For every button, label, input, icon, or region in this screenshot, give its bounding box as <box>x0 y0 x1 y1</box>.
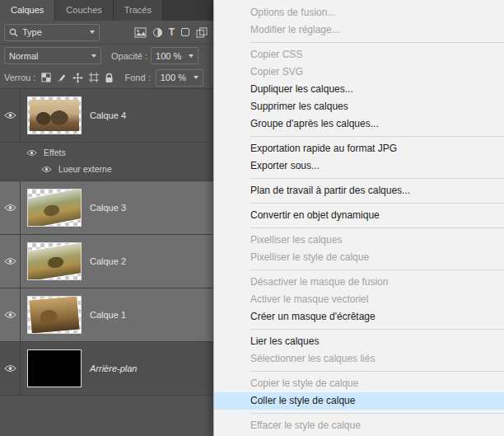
menu-item[interactable]: Lier les calques <box>214 333 504 350</box>
pixel-filter-icon[interactable] <box>134 27 147 38</box>
fill-label: Fond : <box>125 73 151 82</box>
layer-thumbnail[interactable] <box>27 189 82 227</box>
menu-item: Désactiver le masque de fusion <box>214 274 504 291</box>
menu-item[interactable]: Dupliquer les calques... <box>214 81 504 98</box>
layer-thumbnail[interactable] <box>27 96 82 134</box>
menu-separator <box>250 136 504 137</box>
menu-item: Sélectionner les calques liés <box>214 350 504 368</box>
adjustment-filter-icon[interactable] <box>152 27 163 38</box>
chevron-down-icon <box>90 30 95 34</box>
layer-row[interactable]: Calque 4 <box>0 89 213 143</box>
menu-separator <box>250 42 504 43</box>
cheetah2-thumbnail-image <box>27 242 82 280</box>
menu-separator <box>250 371 504 372</box>
menu-item: Copier CSS <box>214 46 504 63</box>
black-thumbnail-image <box>28 350 81 387</box>
menu-item: Copier SVG <box>214 63 504 81</box>
opacity-value: 100 % <box>156 51 181 61</box>
menu-separator <box>250 203 504 204</box>
menu-item[interactable]: Plan de travail à partir des calques... <box>214 182 504 199</box>
eye-icon <box>4 257 16 265</box>
chevron-down-icon <box>91 54 96 58</box>
chevron-down-icon <box>194 76 198 79</box>
eye-icon <box>4 311 16 319</box>
lock-transparent-pixels-icon[interactable] <box>41 73 51 82</box>
visibility-toggle[interactable] <box>38 166 54 173</box>
menu-item[interactable]: Groupe d'après les calques... <box>214 115 504 133</box>
tab-traces[interactable]: Tracés <box>114 0 163 21</box>
tab-couches[interactable]: Couches <box>55 0 113 21</box>
menu-item: Activer le masque vectoriel <box>214 291 504 308</box>
layer-row[interactable]: Arrière-plan <box>0 342 213 396</box>
shape-filter-icon[interactable] <box>180 27 190 37</box>
cheetah-thumbnail-image <box>27 189 82 227</box>
layer-row[interactable]: Calque 1 <box>0 288 213 342</box>
lock-position-icon[interactable] <box>72 73 83 83</box>
fill-value: 100 % <box>161 73 186 82</box>
layer-thumbnail[interactable] <box>27 242 82 280</box>
menu-item[interactable]: Créer un masque d'écrêtage <box>214 308 504 326</box>
menu-item[interactable]: Supprimer les calques <box>214 98 504 115</box>
menu-item: Effacer le style de calque <box>214 417 504 434</box>
layers-list: Calque 4 Effets Lueur externe Calque 3 <box>0 89 213 396</box>
blend-row: Normal Opacité : 100 % <box>0 45 213 67</box>
eye-icon <box>26 149 37 157</box>
layer-effects: Effets Lueur externe <box>0 143 213 181</box>
lock-label: Verrou : <box>4 73 36 82</box>
visibility-toggle[interactable] <box>23 149 40 157</box>
menu-item[interactable]: Exporter sous... <box>214 157 504 175</box>
type-filter-icon[interactable]: T <box>169 27 175 37</box>
menu-separator <box>250 227 504 228</box>
blend-mode-value: Normal <box>9 51 38 61</box>
opacity-field[interactable]: 100 % <box>151 47 198 64</box>
visibility-toggle[interactable] <box>0 342 21 395</box>
lock-row: Verrou : Fond : 100 <box>0 67 213 89</box>
lion-thumbnail-image <box>29 297 79 334</box>
effect-label: Effets <box>44 148 66 157</box>
menu-item[interactable]: Convertir en objet dynamique <box>214 207 504 224</box>
photoshop-layers-ui: CalquesCouchesTracés Type T <box>0 0 504 436</box>
menu-item[interactable]: Coller le style de calque <box>214 392 504 410</box>
panel-tabbar: CalquesCouchesTracés <box>0 0 213 21</box>
menu-separator <box>250 413 504 414</box>
layers-panel: CalquesCouchesTracés Type T <box>0 0 213 436</box>
layer-row[interactable]: Calque 3 <box>0 181 213 235</box>
layer-row[interactable]: Calque 2 <box>0 235 213 288</box>
eye-icon <box>4 364 16 373</box>
menu-item: Pixelliser le style de calque <box>214 249 504 266</box>
eye-icon <box>4 111 16 120</box>
lock-artboard-icon[interactable] <box>89 73 99 82</box>
visibility-toggle[interactable] <box>0 181 21 234</box>
effect-label: Lueur externe <box>58 164 112 174</box>
filter-type-dropdown[interactable]: Type <box>4 24 100 41</box>
layer-name: Arrière-plan <box>90 363 137 373</box>
visibility-toggle[interactable] <box>0 288 21 341</box>
fill-field[interactable]: 100 % <box>156 69 203 87</box>
lock-icons <box>41 73 114 83</box>
visibility-toggle[interactable] <box>0 89 21 142</box>
elephants-thumbnail-image <box>30 100 79 131</box>
layer-thumbnail[interactable] <box>27 349 82 387</box>
menu-item[interactable]: Exportation rapide au format JPG <box>214 140 504 157</box>
menu-item: Options de fusion... <box>214 4 504 21</box>
layer-thumbnail[interactable] <box>27 296 82 334</box>
lock-all-icon[interactable] <box>105 73 114 83</box>
blend-mode-select[interactable]: Normal <box>4 47 101 64</box>
menu-item: Copier le style de calque <box>214 375 504 392</box>
filter-type-label: Type <box>22 27 42 37</box>
layer-filter-row: Type T <box>0 21 213 45</box>
smart-object-filter-icon[interactable] <box>196 27 208 38</box>
effect-row[interactable]: Lueur externe <box>0 161 213 177</box>
layer-context-menu: Options de fusion...Modifier le réglage.… <box>213 0 504 436</box>
chevron-down-icon <box>189 54 194 58</box>
search-icon <box>9 28 18 37</box>
layer-name: Calque 3 <box>90 203 126 213</box>
menu-separator <box>250 178 504 179</box>
lock-image-pixels-icon[interactable] <box>57 73 67 82</box>
tab-calques[interactable]: Calques <box>0 0 55 21</box>
opacity-label: Opacité : <box>111 51 147 61</box>
visibility-toggle[interactable] <box>0 235 21 288</box>
menu-item: Pixelliser les calques <box>214 232 504 249</box>
filter-kind-icons: T <box>134 27 209 38</box>
effect-row[interactable]: Effets <box>0 144 213 161</box>
